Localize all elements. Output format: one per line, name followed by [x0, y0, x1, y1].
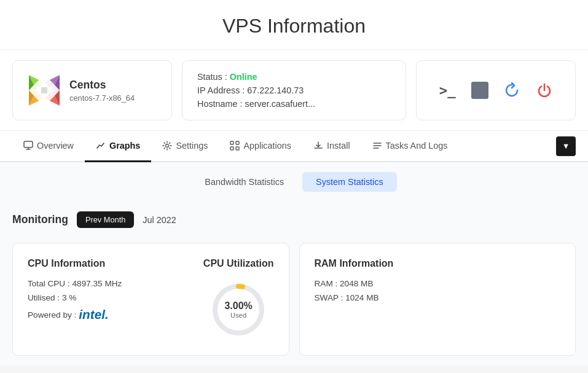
top-section: Centos centos-7.7-x86_64 Status : Online… [0, 50, 588, 131]
server-info: Centos centos-7.7-x86_64 [69, 79, 135, 103]
donut-percent: 3.00% [224, 300, 252, 312]
monitoring-title: Monitoring [12, 213, 68, 226]
server-subtitle: centos-7.7-x86_64 [69, 93, 135, 103]
centos-logo [28, 74, 61, 107]
cpu-info-title: CPU Information [28, 258, 184, 269]
cpu-donut: 3.00% Used [208, 279, 269, 340]
cpu-total: Total CPU : 4897.35 MHz [28, 279, 184, 288]
svg-point-14 [166, 144, 169, 147]
svg-rect-18 [236, 147, 239, 150]
svg-rect-13 [24, 141, 33, 147]
restart-button[interactable] [500, 78, 524, 103]
cpu-util-title: CPU Utilization [203, 258, 274, 269]
stop-button[interactable] [468, 78, 492, 103]
install-icon [313, 141, 323, 151]
hostname-value: server.casafuert... [245, 99, 315, 109]
tab-bandwidth[interactable]: Bandwidth Statistics [191, 172, 297, 192]
tasks-icon [372, 141, 382, 151]
status-online-value: Online [230, 72, 257, 82]
cpu-info: CPU Information Total CPU : 4897.35 MHz … [28, 258, 184, 340]
svg-rect-15 [230, 141, 233, 144]
svg-rect-17 [230, 147, 233, 150]
monitoring-header: Monitoring Prev Month Jul 2022 [0, 202, 588, 233]
ram-value-line: RAM : 2048 MB [315, 279, 561, 288]
nav-settings[interactable]: Settings [151, 131, 219, 162]
donut-label: 3.00% Used [224, 300, 252, 319]
gear-icon [162, 141, 172, 151]
content-area: CPU Information Total CPU : 4897.35 MHz … [0, 233, 588, 366]
ip-value: 67.222.140.73 [247, 85, 304, 95]
donut-sub-label: Used [224, 312, 252, 319]
chevron-down-icon: ▼ [562, 141, 570, 151]
nav-overview[interactable]: Overview [12, 131, 85, 162]
cpu-card: CPU Information Total CPU : 4897.35 MHz … [12, 243, 289, 356]
cpu-utilization: CPU Utilization 3.00% Used [203, 258, 274, 340]
stop-icon [471, 82, 488, 99]
apps-icon [230, 141, 240, 151]
cpu-powered-by: Powered by : intel. [28, 307, 184, 322]
restart-icon [503, 82, 520, 99]
ip-line: IP Address : 67.222.140.73 [197, 85, 391, 95]
nav-graphs[interactable]: Graphs [85, 131, 151, 162]
prev-month-button[interactable]: Prev Month [77, 211, 134, 228]
ram-title: RAM Information [315, 258, 561, 269]
terminal-icon: >_ [439, 82, 456, 98]
sub-tabs: Bandwidth Statistics System Statistics [0, 162, 588, 202]
intel-logo: intel. [79, 307, 109, 322]
power-button[interactable] [532, 78, 557, 103]
ram-card: RAM Information RAM : 2048 MB SWAP : 102… [299, 243, 576, 356]
nav-install[interactable]: Install [302, 131, 361, 162]
svg-rect-12 [41, 87, 47, 93]
status-card: Status : Online IP Address : 67.222.140.… [182, 60, 406, 120]
server-card: Centos centos-7.7-x86_64 [12, 60, 172, 120]
tab-system-statistics[interactable]: System Statistics [302, 172, 397, 192]
hostname-line: Hostname : server.casafuert... [197, 99, 391, 109]
page-title: VPS Information [0, 0, 588, 50]
nav-more-dropdown[interactable]: ▼ [556, 136, 576, 156]
nav-tasks-and-logs[interactable]: Tasks And Logs [361, 131, 459, 162]
month-label: Jul 2022 [143, 215, 176, 225]
terminal-button[interactable]: >_ [435, 78, 460, 103]
nav-bar: Overview Graphs Settings Applications In… [0, 131, 588, 162]
status-line: Status : Online [197, 72, 391, 82]
graph-icon [96, 141, 106, 151]
cpu-utilised: Utilised : 3 % [28, 293, 184, 302]
svg-rect-16 [236, 141, 239, 144]
power-icon [536, 82, 553, 99]
nav-applications[interactable]: Applications [219, 131, 302, 162]
server-name: Centos [69, 79, 135, 92]
monitor-icon [23, 141, 33, 151]
actions-card: >_ [416, 60, 576, 120]
swap-value-line: SWAP : 1024 MB [315, 293, 561, 302]
